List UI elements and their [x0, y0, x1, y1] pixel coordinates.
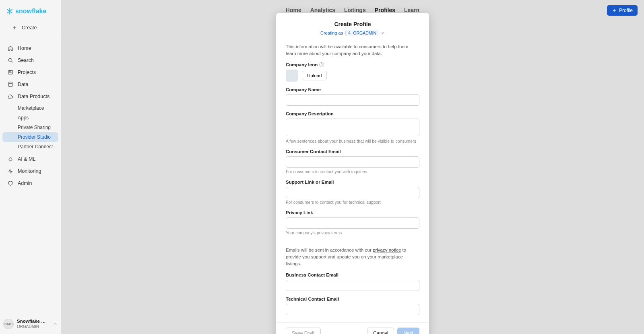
svg-point-2: [8, 82, 12, 84]
sidebar-item-label: Home: [18, 45, 31, 51]
tab-profiles[interactable]: Profiles: [375, 7, 395, 13]
support-help: For consumers to contact you for technic…: [286, 200, 419, 205]
technical-email-label: Technical Contact Email: [286, 297, 419, 301]
cancel-button[interactable]: Cancel: [367, 328, 394, 334]
create-label: Create: [22, 25, 37, 31]
tab-analytics[interactable]: Analytics: [310, 7, 335, 13]
sidebar-item-projects[interactable]: Projects: [2, 66, 58, 78]
plus-icon: [11, 25, 18, 31]
divider: [286, 241, 419, 241]
tab-listings[interactable]: Listings: [344, 7, 366, 13]
company-description-help: A few sentences about your business that…: [286, 139, 419, 143]
svg-point-0: [8, 58, 12, 61]
modal-footer: Save Draft Cancel Next: [276, 322, 429, 334]
database-icon: [7, 81, 14, 88]
email-notice: Emails will be sent in accordance with o…: [286, 247, 419, 267]
sidebar-item-label: Admin: [18, 180, 32, 186]
sparkle-icon: [7, 156, 14, 162]
upload-button[interactable]: Upload: [302, 71, 327, 80]
activity-icon: [7, 168, 14, 174]
subnav-marketplace[interactable]: Marketplace: [2, 103, 58, 113]
sidebar-item-label: Search: [18, 57, 34, 63]
snowflake-icon: [6, 7, 14, 15]
technical-email-input[interactable]: [286, 304, 419, 315]
company-icon-label: Company Icon: [286, 62, 318, 67]
subnav-apps[interactable]: Apps: [2, 113, 58, 123]
company-description-label: Company Description: [286, 111, 419, 116]
create-profile-modal: Create Profile Creating as ORGADMIN Thi: [276, 13, 429, 334]
sidebar-item-label: Data Products: [18, 94, 50, 99]
chevron-down-icon: [381, 31, 385, 35]
topnav-tabs: Home Analytics Listings Profiles Learn: [286, 7, 419, 13]
sidebar-item-monitoring[interactable]: Monitoring: [2, 165, 58, 177]
modal-title: Create Profile: [286, 21, 419, 27]
profile-button-label: Profile: [619, 8, 633, 13]
search-icon: [7, 57, 14, 64]
next-button[interactable]: Next: [397, 328, 419, 334]
support-label: Support Link or Email: [286, 180, 419, 184]
sidebar-item-label: Monitoring: [18, 168, 41, 174]
main-area: Home Analytics Listings Profiles Learn P…: [61, 0, 644, 334]
privacy-help: Your company's privacy terms: [286, 230, 419, 235]
creating-as-label: Creating as: [320, 31, 343, 35]
consumer-email-input[interactable]: [286, 156, 419, 168]
projects-icon: [7, 69, 14, 76]
intro-text: This information will be available to co…: [286, 43, 419, 57]
avatar: SMD: [3, 319, 14, 329]
svg-point-3: [349, 32, 350, 33]
company-icon-preview: [286, 70, 298, 82]
tab-learn[interactable]: Learn: [404, 7, 419, 13]
chevron-up-icon: [53, 322, 58, 326]
consumer-email-label: Consumer Contact Email: [286, 149, 419, 154]
person-icon: [347, 31, 351, 35]
sidebar-item-data[interactable]: Data: [2, 78, 58, 90]
brand-logo[interactable]: snowflake: [0, 0, 61, 18]
sidebar-item-label: Data: [18, 82, 28, 87]
consumer-email-help: For consumers to contact you with inquir…: [286, 169, 419, 174]
sidebar-item-data-products[interactable]: Data Products: [2, 90, 58, 102]
create-button[interactable]: Create: [6, 22, 54, 34]
cloud-icon: [7, 93, 14, 100]
privacy-label: Privacy Link: [286, 210, 419, 215]
plus-icon: [612, 8, 617, 13]
account-role: ORGADMIN: [17, 324, 50, 329]
privacy-input[interactable]: [286, 217, 419, 229]
subnav-provider-studio[interactable]: Provider Studio: [2, 132, 58, 142]
help-icon[interactable]: ?: [319, 62, 324, 67]
save-draft-button[interactable]: Save Draft: [286, 328, 321, 334]
sidebar-item-label: Projects: [18, 70, 36, 75]
sidebar-item-admin[interactable]: Admin: [2, 177, 58, 189]
account-name: Snowflake Mark...: [17, 319, 50, 324]
sidebar-item-label: AI & ML: [18, 156, 35, 162]
brand-name: snowflake: [15, 8, 46, 15]
tab-home[interactable]: Home: [286, 7, 301, 13]
support-input[interactable]: [286, 187, 419, 198]
modal-body: This information will be available to co…: [276, 39, 429, 322]
company-name-label: Company Name: [286, 87, 419, 92]
sidebar-item-home[interactable]: Home: [2, 42, 58, 54]
privacy-notice-link[interactable]: privacy notice: [373, 248, 401, 252]
shield-icon: [7, 180, 14, 186]
sidebar-item-search[interactable]: Search: [2, 54, 58, 66]
company-description-input[interactable]: [286, 119, 419, 136]
account-switcher[interactable]: SMD Snowflake Mark... ORGADMIN: [0, 315, 61, 334]
new-profile-button[interactable]: Profile: [607, 5, 638, 16]
sidebar: snowflake Create Home Search: [0, 0, 61, 334]
business-email-input[interactable]: [286, 280, 419, 291]
creating-as-selector[interactable]: Creating as ORGADMIN: [286, 30, 419, 36]
home-icon: [7, 45, 14, 51]
company-name-input[interactable]: [286, 94, 419, 106]
role-name: ORGADMIN: [353, 31, 376, 35]
subnav-private-sharing[interactable]: Private Sharing: [2, 123, 58, 132]
modal-header: Create Profile Creating as ORGADMIN: [276, 13, 429, 39]
data-products-subnav: Marketplace Apps Private Sharing Provide…: [0, 103, 61, 152]
business-email-label: Business Contact Email: [286, 273, 419, 277]
role-chip: ORGADMIN: [345, 30, 378, 36]
subnav-partner-connect[interactable]: Partner Connect: [2, 142, 58, 152]
sidebar-item-ai-ml[interactable]: AI & ML: [2, 153, 58, 165]
